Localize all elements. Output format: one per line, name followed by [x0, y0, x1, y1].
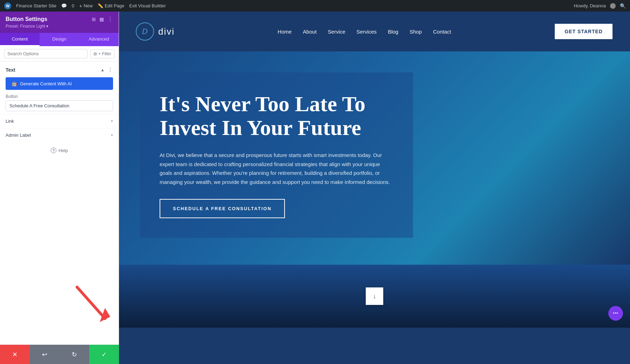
- site-navbar: D divi Home About Service Services Blog …: [119, 12, 630, 51]
- sidebar-header: Button Settings ⊞ ▦ ⋮ Preset: Finance Li…: [0, 12, 119, 33]
- dots-icon: •••: [613, 311, 618, 316]
- undo-icon: ↩: [42, 351, 47, 358]
- site-name[interactable]: Finance Starter Site: [16, 3, 56, 8]
- tab-advanced[interactable]: Advanced: [79, 33, 119, 46]
- filter-button[interactable]: ⊞ + Filter: [90, 49, 114, 58]
- tab-design-label: Design: [52, 36, 66, 42]
- link-section: Link ▾: [0, 114, 119, 128]
- help-section[interactable]: ? Help: [0, 142, 119, 159]
- nav-blog[interactable]: Blog: [388, 29, 398, 35]
- pencil-icon: ✏️: [98, 3, 103, 8]
- nav-service[interactable]: Service: [328, 29, 345, 35]
- howdy-label: Howdy, Deanna: [574, 3, 606, 8]
- exit-builder-btn[interactable]: Exit Visual Builder: [129, 3, 166, 8]
- logo-letter: D: [142, 27, 148, 36]
- link-section-header[interactable]: Link ▾: [0, 114, 119, 128]
- redo-icon: ↻: [72, 351, 77, 358]
- nav-shop[interactable]: Shop: [410, 29, 422, 35]
- admin-search-icon[interactable]: 🔍: [620, 3, 626, 9]
- new-menu-item[interactable]: + New: [79, 3, 93, 9]
- close-icon: ✕: [12, 351, 18, 358]
- help-icon: ?: [51, 148, 56, 153]
- site-logo: D divi: [136, 22, 175, 41]
- nav-contact[interactable]: Contact: [433, 29, 451, 35]
- nav-home[interactable]: Home: [278, 29, 292, 35]
- tab-content-label: Content: [12, 36, 28, 42]
- admin-bar: W Finance Starter Site 💬 0 + New ✏️ Edit…: [0, 0, 630, 12]
- link-section-title: Link: [6, 119, 14, 124]
- scroll-down-icon: ↓: [373, 293, 376, 300]
- help-label: Help: [58, 148, 68, 153]
- text-section-header: Text ▲ ⋮: [0, 62, 119, 76]
- logo-name: divi: [158, 26, 175, 37]
- nav-cta-label: GET STARTED: [565, 29, 603, 34]
- hero-cta-button[interactable]: SCHEDULE A FREE CONSULTATION: [160, 199, 285, 218]
- main-layout: Button Settings ⊞ ▦ ⋮ Preset: Finance Li…: [0, 12, 630, 364]
- text-section-title: Text: [6, 67, 15, 73]
- new-label: New: [84, 3, 93, 8]
- close-button[interactable]: ✕: [0, 345, 30, 364]
- text-section-collapse-icon[interactable]: ▲: [100, 67, 105, 72]
- ai-button-label: Generate Content With AI: [20, 81, 72, 86]
- wp-logo-icon[interactable]: W: [4, 2, 11, 9]
- view-toggle-icon[interactable]: ⊞: [92, 16, 96, 22]
- scroll-down-button[interactable]: ↓: [366, 287, 383, 305]
- preset-chevron-icon: ▾: [46, 24, 48, 29]
- admin-label-chevron-icon: ▾: [111, 133, 113, 137]
- scroll-area: ↓ •••: [119, 265, 630, 328]
- admin-label-header[interactable]: Admin Label ▾: [0, 128, 119, 142]
- nav-about[interactable]: About: [303, 29, 316, 35]
- save-icon: ✓: [102, 351, 107, 358]
- edit-page-label: Edit Page: [105, 3, 124, 8]
- link-chevron-icon: ▾: [111, 119, 113, 123]
- website-preview: D divi Home About Service Services Blog …: [119, 12, 630, 364]
- preset-selector[interactable]: Preset: Finance Light ▾: [6, 24, 113, 29]
- sidebar-tabs: Content Design Advanced: [0, 33, 119, 46]
- hero-cta-label: SCHEDULE A FREE CONSULTATION: [173, 206, 272, 211]
- admin-label-section: Admin Label ▾: [0, 128, 119, 142]
- redo-button[interactable]: ↻: [59, 345, 89, 364]
- user-avatar[interactable]: [610, 3, 616, 9]
- nav-cta-button[interactable]: GET STARTED: [554, 23, 613, 40]
- sidebar-bottom-bar: ✕ ↩ ↻ ✓: [0, 344, 119, 364]
- hero-title: It's Never Too Late To Invest In Your Fu…: [160, 92, 393, 140]
- sidebar-panel: Button Settings ⊞ ▦ ⋮ Preset: Finance Li…: [0, 12, 119, 364]
- undo-button[interactable]: ↩: [30, 345, 59, 364]
- button-text-input[interactable]: [6, 100, 113, 111]
- text-section-menu-icon[interactable]: ⋮: [107, 66, 113, 73]
- sidebar-title: Button Settings: [6, 16, 47, 22]
- logo-circle-icon: D: [136, 22, 154, 41]
- more-options-icon[interactable]: ⋮: [107, 16, 113, 22]
- filter-icon: ⊞: [93, 51, 97, 56]
- admin-label-title: Admin Label: [6, 133, 31, 138]
- ai-generate-button[interactable]: 🤖 Generate Content With AI: [6, 77, 113, 90]
- comment-icon: 💬: [61, 3, 67, 8]
- divi-dots-button[interactable]: •••: [608, 306, 623, 321]
- filter-label: + Filter: [98, 51, 111, 56]
- save-button[interactable]: ✓: [89, 345, 119, 364]
- tab-design[interactable]: Design: [40, 33, 79, 46]
- search-input[interactable]: [4, 49, 88, 58]
- search-bar: ⊞ + Filter: [0, 46, 119, 62]
- hero-content: It's Never Too Late To Invest In Your Fu…: [140, 72, 413, 238]
- site-nav: Home About Service Services Blog Shop Co…: [278, 29, 451, 35]
- button-field-group: Button: [0, 94, 119, 114]
- nav-services[interactable]: Services: [357, 29, 377, 35]
- plus-icon: +: [79, 3, 82, 9]
- tab-advanced-label: Advanced: [89, 36, 109, 42]
- edit-page-btn[interactable]: ✏️ Edit Page: [98, 3, 124, 8]
- hero-section: It's Never Too Late To Invest In Your Fu…: [119, 51, 630, 265]
- ai-icon: 🤖: [11, 81, 17, 86]
- hero-body-text: At Divi, we believe that a secure and pr…: [160, 151, 393, 186]
- comment-count: 0: [72, 3, 74, 8]
- sidebar-content: Text ▲ ⋮ 🤖 Generate Content With AI Butt…: [0, 62, 119, 364]
- tab-content[interactable]: Content: [0, 33, 40, 46]
- button-field-label: Button: [6, 94, 113, 99]
- columns-icon[interactable]: ▦: [99, 16, 104, 22]
- preset-label: Preset: Finance Light: [6, 24, 45, 29]
